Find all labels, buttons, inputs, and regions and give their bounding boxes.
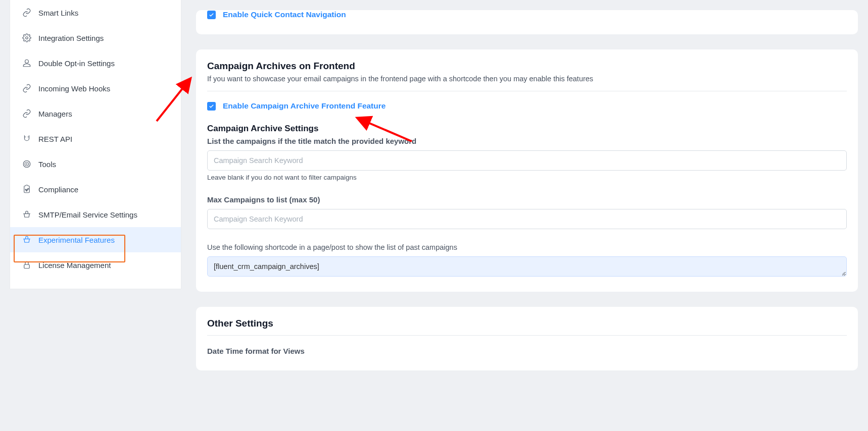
- checkbox-checked-icon[interactable]: [207, 102, 216, 111]
- sidebar-item-smart-links[interactable]: Smart Links: [10, 0, 181, 25]
- basket-icon: [22, 210, 31, 219]
- sidebar-item-label: Managers: [38, 110, 72, 118]
- enable-archive-checkbox-row[interactable]: Enable Campaign Archive Frontend Feature: [207, 101, 847, 111]
- sidebar-item-label: Tools: [38, 160, 56, 169]
- enable-archive-label: Enable Campaign Archive Frontend Feature: [223, 101, 385, 111]
- link-icon: [22, 84, 31, 93]
- resize-handle-icon[interactable]: [840, 270, 845, 275]
- keyword-help: Leave blank if you do not want to filter…: [207, 174, 847, 181]
- sidebar-item-webhooks[interactable]: Incoming Web Hooks: [10, 76, 181, 101]
- shortcode-label: Use the following shortcode in a page/po…: [207, 243, 847, 251]
- keyword-label: List the campaigns if the title match th…: [207, 137, 847, 145]
- sidebar-item-managers[interactable]: Managers: [10, 101, 181, 126]
- sidebar-item-label: Incoming Web Hooks: [38, 84, 110, 93]
- quick-contact-label: Enable Quick Contact Navigation: [223, 10, 346, 19]
- sidebar-item-experimental[interactable]: Experimental Features: [10, 227, 181, 252]
- svg-point-0: [26, 37, 28, 39]
- link-icon: [22, 109, 31, 118]
- archive-title: Campaign Archives on Frontend: [207, 61, 847, 72]
- sidebar-item-double-optin[interactable]: Double Opt-in Settings: [10, 50, 181, 76]
- sidebar-item-label: License Management: [38, 261, 111, 270]
- sidebar-item-smtp[interactable]: SMTP/Email Service Settings: [10, 202, 181, 227]
- link-icon: [22, 8, 31, 17]
- sidebar-item-label: REST API: [38, 135, 72, 143]
- sidebar-item-compliance[interactable]: Compliance: [10, 177, 181, 202]
- main-content: Enable Quick Contact Navigation Campaign…: [196, 0, 858, 431]
- max-input[interactable]: [207, 209, 847, 229]
- sidebar-item-integration-settings[interactable]: Integration Settings: [10, 25, 181, 50]
- sidebar-item-rest-api[interactable]: REST API: [10, 126, 181, 151]
- clipboard-check-icon: [22, 185, 31, 194]
- svg-point-2: [25, 162, 29, 166]
- magnet-icon: [22, 134, 31, 143]
- datetime-label: Date Time format for Views: [207, 347, 847, 355]
- other-settings-card: Other Settings Date Time format for View…: [196, 307, 858, 370]
- keyword-input[interactable]: [207, 150, 847, 171]
- quick-contact-card: Enable Quick Contact Navigation: [196, 10, 858, 34]
- sidebar-item-label: Experimental Features: [38, 236, 115, 244]
- svg-rect-4: [24, 264, 30, 268]
- quick-contact-checkbox-row[interactable]: Enable Quick Contact Navigation: [207, 10, 847, 19]
- gear-icon: [22, 33, 31, 42]
- settings-sidebar: Smart Links Integration Settings Double …: [10, 0, 181, 289]
- campaign-archive-card: Campaign Archives on Frontend If you wan…: [196, 49, 858, 292]
- sidebar-item-label: Smart Links: [38, 9, 78, 17]
- other-title: Other Settings: [207, 318, 847, 336]
- sidebar-item-license[interactable]: License Management: [10, 252, 181, 278]
- archive-settings-title: Campaign Archive Settings: [207, 124, 847, 134]
- sidebar-item-label: Compliance: [38, 185, 78, 194]
- sidebar-item-tools[interactable]: Tools: [10, 151, 181, 177]
- target-icon: [22, 159, 31, 169]
- sidebar-item-label: SMTP/Email Service Settings: [38, 210, 137, 219]
- shortcode-textarea[interactable]: [fluent_crm_campaign_archives]: [207, 256, 847, 277]
- sidebar-item-label: Double Opt-in Settings: [38, 59, 115, 68]
- max-label: Max Campaigns to list (max 50): [207, 195, 847, 204]
- checkbox-checked-icon[interactable]: [207, 11, 216, 19]
- svg-point-3: [26, 164, 27, 165]
- sidebar-item-label: Integration Settings: [38, 34, 104, 42]
- lock-icon: [22, 260, 31, 270]
- svg-point-1: [23, 160, 30, 168]
- user-icon: [22, 59, 31, 68]
- basket-icon: [22, 235, 31, 244]
- archive-desc: If you want to showcase your email campa…: [207, 75, 847, 91]
- shortcode-value: [fluent_crm_campaign_archives]: [214, 262, 319, 271]
